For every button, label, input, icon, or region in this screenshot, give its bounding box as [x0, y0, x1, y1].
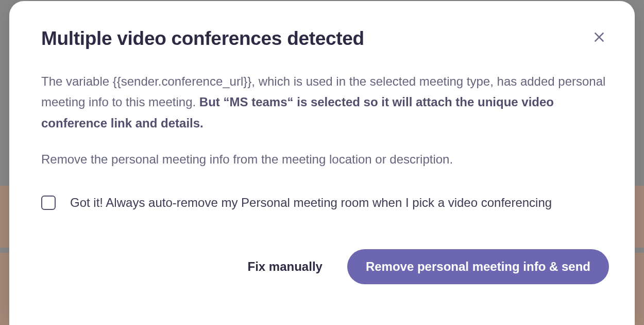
description-paragraph-1: The variable {{sender.conference_url}}, … — [41, 71, 609, 134]
remove-and-send-button[interactable]: Remove personal meeting info & send — [347, 249, 609, 284]
auto-remove-checkbox-row[interactable]: Got it! Always auto-remove my Personal m… — [41, 192, 609, 213]
modal-footer: Fix manually Remove personal meeting inf… — [41, 249, 609, 284]
close-button[interactable] — [589, 27, 609, 47]
modal-title: Multiple video conferences detected — [41, 28, 364, 50]
auto-remove-checkbox-label[interactable]: Got it! Always auto-remove my Personal m… — [70, 192, 552, 213]
modal-dialog: Multiple video conferences detected The … — [9, 1, 635, 325]
close-icon — [592, 30, 606, 44]
description-paragraph-2: Remove the personal meeting info from th… — [41, 149, 609, 170]
modal-body: The variable {{sender.conference_url}}, … — [41, 71, 609, 213]
fix-manually-button[interactable]: Fix manually — [246, 255, 325, 278]
auto-remove-checkbox[interactable] — [41, 196, 56, 210]
modal-header: Multiple video conferences detected — [41, 28, 609, 50]
